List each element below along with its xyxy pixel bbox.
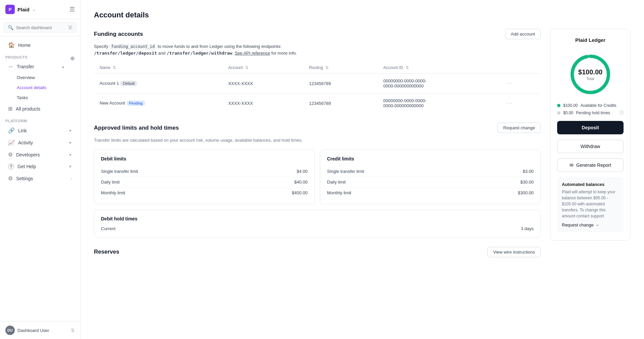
link-chevron-icon: ▼ xyxy=(68,129,72,133)
user-name: Dashboard User xyxy=(17,328,49,333)
debit-monthly-label: Monthly limit xyxy=(101,190,125,195)
search-input[interactable] xyxy=(16,25,65,30)
add-account-button[interactable]: Add account xyxy=(505,29,541,39)
row2-account-id: 00000000-0000-0000-0000-000000000000 xyxy=(378,93,501,113)
sidebar-menu-icon[interactable]: ☰ xyxy=(69,6,75,13)
debit-single-label: Single transfer limit xyxy=(101,169,138,174)
funding-code: funding_account_id xyxy=(109,44,156,49)
ledger-total-label: Total xyxy=(578,77,602,81)
debit-single-row: Single transfer limit $4.00 xyxy=(101,166,308,177)
user-menu-chevron-icon[interactable]: ⇅ xyxy=(71,328,75,333)
sidebar-item-tasks[interactable]: Tasks xyxy=(3,93,77,103)
table-row: Account 1 Default XXXX-XXXX 123456789 00… xyxy=(94,74,541,93)
sidebar-item-home-label: Home xyxy=(18,43,31,48)
row2-account: XXXX-XXXX xyxy=(223,93,304,113)
available-dot xyxy=(557,104,560,107)
request-change-button[interactable]: Request change xyxy=(497,123,541,133)
sidebar-item-all-products[interactable]: ⊞ All products xyxy=(3,103,77,115)
approved-limits-section: Approved limits and hold times Request c… xyxy=(94,123,541,238)
funding-accounts-header: Funding accounts Add account xyxy=(94,29,541,39)
endpoint2: /transfer/ledger/withdraw xyxy=(167,51,232,56)
col-routing[interactable]: Routing ⇅ xyxy=(304,62,378,74)
limits-grid: Debit limits Single transfer limit $4.00… xyxy=(94,150,541,204)
sidebar-item-developers[interactable]: ⚙ Developers ▼ xyxy=(3,149,77,160)
credit-single-label: Single transfer limit xyxy=(327,169,364,174)
ledger-title: Plaid Ledger xyxy=(557,37,624,43)
sidebar-nav: 🏠 Home PRODUCTS ⊕ ↔ Transfer ▲ Overview … xyxy=(0,36,80,321)
sidebar-item-link-label: Link xyxy=(18,128,27,133)
credit-limits-card: Credit limits Single transfer limit $3.0… xyxy=(320,150,541,204)
credit-limits-title: Credit limits xyxy=(327,156,534,161)
row2-actions[interactable]: ··· xyxy=(501,93,540,113)
ledger-amount: $100.00 xyxy=(578,68,602,76)
developers-icon: ⚙ xyxy=(8,151,13,158)
brand[interactable]: P Plaid ⌄ xyxy=(5,5,36,14)
platform-section-label: PLATFORM xyxy=(0,115,80,124)
row1-actions[interactable]: ··· xyxy=(501,74,540,93)
search-box[interactable]: 🔍 / xyxy=(4,22,76,32)
row2-routing: 123456789 xyxy=(304,93,378,113)
debit-daily-label: Daily limit xyxy=(101,180,120,185)
funding-accounts-title: Funding accounts xyxy=(94,31,143,38)
generate-report-button[interactable]: ✉ Generate Report xyxy=(557,158,624,172)
debit-daily-value: $40.00 xyxy=(294,180,308,185)
automated-text: Plaid will attempt to keep your balance … xyxy=(562,189,619,219)
content-layout: Funding accounts Add account Specify fun… xyxy=(94,29,631,257)
credit-single-value: $3.00 xyxy=(523,169,534,174)
sidebar-item-overview-label: Overview xyxy=(17,75,35,80)
brand-name: Plaid xyxy=(17,7,30,12)
credit-single-row: Single transfer limit $3.00 xyxy=(327,166,534,177)
row1-account: XXXX-XXXX xyxy=(223,74,304,93)
sidebar-item-overview[interactable]: Overview xyxy=(3,73,77,82)
sidebar-item-activity[interactable]: 📈 Activity ▼ xyxy=(3,137,77,148)
view-wire-instructions-button[interactable]: View wire instructions xyxy=(487,247,541,257)
main-content: Account details Funding accounts Add acc… xyxy=(80,0,644,339)
sidebar-item-account-details[interactable]: Account details xyxy=(3,83,77,92)
info-icon[interactable]: ⓘ xyxy=(620,110,624,116)
credit-daily-label: Daily limit xyxy=(327,180,346,185)
sidebar-item-account-details-label: Account details xyxy=(17,85,46,90)
get-help-chevron-icon: ▼ xyxy=(68,164,72,168)
withdraw-button[interactable]: Withdraw xyxy=(557,140,624,153)
row1-account-id: 00000000-0000-0000-0000-000000000000 xyxy=(378,74,501,93)
col-account[interactable]: Account ⇅ xyxy=(223,62,304,74)
funding-description: Specify funding_account_id to move funds… xyxy=(94,43,541,56)
search-shortcut: / xyxy=(68,25,72,30)
col-account-id[interactable]: Account ID ⇅ xyxy=(378,62,501,74)
sidebar-item-link[interactable]: 🔗 Link ▼ xyxy=(3,125,77,136)
endpoint1: /transfer/ledger/deposit xyxy=(94,51,157,56)
col-name[interactable]: Name ⇅ xyxy=(94,62,223,74)
credit-daily-value: $30.00 xyxy=(520,180,534,185)
sidebar-item-settings[interactable]: ⚙ Settings › xyxy=(3,173,77,184)
row2-name: New Account Pending xyxy=(94,93,223,113)
request-change-link[interactable]: Request change → xyxy=(562,222,619,227)
legend-pending: $0.00 Pending hold times ⓘ xyxy=(557,110,624,116)
sidebar-item-developers-label: Developers xyxy=(16,152,40,157)
sidebar-item-activity-label: Activity xyxy=(18,140,33,145)
credit-daily-row: Daily limit $30.00 xyxy=(327,177,534,188)
debit-daily-row: Daily limit $40.00 xyxy=(101,177,308,188)
automated-title: Automated balances xyxy=(562,182,619,187)
deposit-button[interactable]: Deposit xyxy=(557,121,624,134)
products-add-icon[interactable]: ⊕ xyxy=(70,55,75,62)
ledger-panel: Plaid Ledger $100.00 Total xyxy=(550,29,631,241)
limits-description: Transfer limits are calculated based on … xyxy=(94,137,541,144)
available-label: Available for Credits xyxy=(580,103,616,108)
reserves-section: Reserves View wire instructions xyxy=(94,247,541,257)
sidebar-item-transfer[interactable]: ↔ Transfer ▲ xyxy=(3,61,70,72)
envelope-icon: ✉ xyxy=(570,162,574,168)
approved-limits-title: Approved limits and hold times xyxy=(94,125,179,131)
pending-label: Pending hold times xyxy=(576,111,610,115)
sidebar-item-home[interactable]: 🏠 Home xyxy=(3,39,77,51)
sidebar-item-get-help[interactable]: ? Get Help ▼ xyxy=(3,161,77,172)
api-reference-link[interactable]: See API reference xyxy=(235,51,270,56)
donut-chart: $100.00 Total xyxy=(567,51,614,98)
reserves-title: Reserves xyxy=(94,249,119,255)
available-amount: $100.00 xyxy=(563,103,578,108)
sidebar-item-settings-label: Settings xyxy=(16,176,33,181)
credit-monthly-row: Monthly limit $300.00 xyxy=(327,188,534,198)
credit-monthly-label: Monthly limit xyxy=(327,190,351,195)
credit-monthly-value: $300.00 xyxy=(518,190,534,195)
home-icon: 🏠 xyxy=(8,42,15,48)
table-body: Account 1 Default XXXX-XXXX 123456789 00… xyxy=(94,74,541,113)
